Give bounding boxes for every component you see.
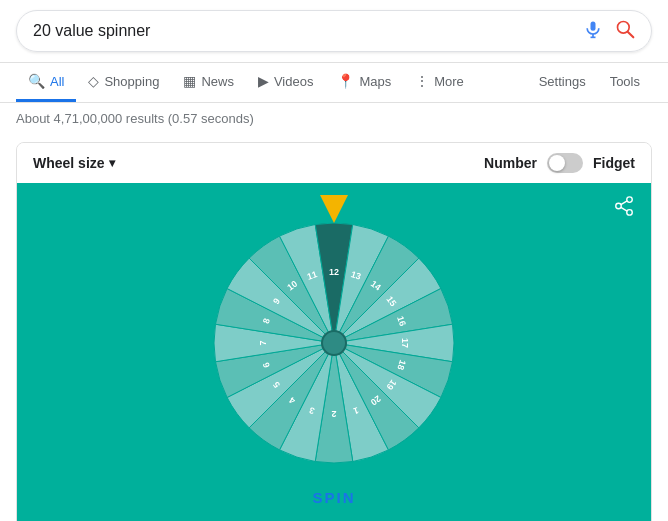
svg-line-4 (628, 32, 633, 37)
tab-news-label: News (201, 74, 234, 89)
tab-maps-label: Maps (359, 74, 391, 89)
share-icon[interactable] (613, 195, 635, 222)
svg-line-8 (621, 207, 627, 211)
tab-shopping[interactable]: ◇ Shopping (76, 63, 171, 102)
svg-point-6 (616, 203, 622, 209)
spinner-toolbar: Wheel size ▾ Number Fidget (17, 143, 651, 183)
svg-point-30 (322, 331, 346, 355)
tab-videos[interactable]: ▶ Videos (246, 63, 326, 102)
tab-shopping-label: Shopping (104, 74, 159, 89)
svg-text:12: 12 (329, 267, 339, 277)
tools-label: Tools (610, 74, 640, 89)
svg-rect-0 (591, 22, 596, 31)
spin-button[interactable]: SPIN (312, 489, 355, 506)
news-icon: ▦ (183, 73, 196, 89)
spinner-area: 1234567891011121314151617181920 SPIN (17, 183, 651, 521)
chevron-down-icon: ▾ (109, 156, 115, 170)
nav-right: Settings Tools (527, 64, 652, 102)
tab-maps[interactable]: 📍 Maps (325, 63, 403, 102)
wheel-pointer (320, 195, 348, 223)
search-input[interactable] (33, 22, 583, 40)
svg-point-7 (627, 210, 633, 216)
svg-text:7: 7 (258, 340, 268, 345)
tab-news[interactable]: ▦ News (171, 63, 246, 102)
tab-more[interactable]: ⋮ More (403, 63, 476, 102)
all-icon: 🔍 (28, 73, 45, 89)
settings-label: Settings (539, 74, 586, 89)
nav-tabs: 🔍 All ◇ Shopping ▦ News ▶ Videos 📍 Maps … (0, 63, 668, 103)
wheel-container[interactable]: 1234567891011121314151617181920 (204, 213, 464, 473)
more-icon: ⋮ (415, 73, 429, 89)
toggle-knob (549, 155, 565, 171)
svg-line-9 (621, 201, 627, 205)
tab-settings[interactable]: Settings (527, 64, 598, 102)
svg-point-5 (627, 197, 633, 203)
search-icons (583, 19, 635, 43)
maps-icon: 📍 (337, 73, 354, 89)
tab-videos-label: Videos (274, 74, 314, 89)
fidget-label: Fidget (593, 155, 635, 171)
mic-icon[interactable] (583, 19, 603, 43)
wheel-size-label: Wheel size (33, 155, 105, 171)
videos-icon: ▶ (258, 73, 269, 89)
search-bar (0, 0, 668, 63)
results-info: About 4,71,00,000 results (0.57 seconds) (0, 103, 668, 134)
toolbar-right: Number Fidget (484, 153, 635, 173)
wheel-svg: 1234567891011121314151617181920 (204, 213, 464, 473)
toggle-switch[interactable] (547, 153, 583, 173)
spinner-card: Wheel size ▾ Number Fidget (16, 142, 652, 521)
tab-more-label: More (434, 74, 464, 89)
search-input-wrapper (16, 10, 652, 52)
tab-tools[interactable]: Tools (598, 64, 652, 102)
number-label: Number (484, 155, 537, 171)
shopping-icon: ◇ (88, 73, 99, 89)
tab-all[interactable]: 🔍 All (16, 63, 76, 102)
svg-text:17: 17 (400, 338, 410, 348)
svg-text:2: 2 (331, 409, 336, 419)
search-icon[interactable] (615, 19, 635, 43)
tab-all-label: All (50, 74, 64, 89)
wheel-size-button[interactable]: Wheel size ▾ (33, 155, 115, 171)
